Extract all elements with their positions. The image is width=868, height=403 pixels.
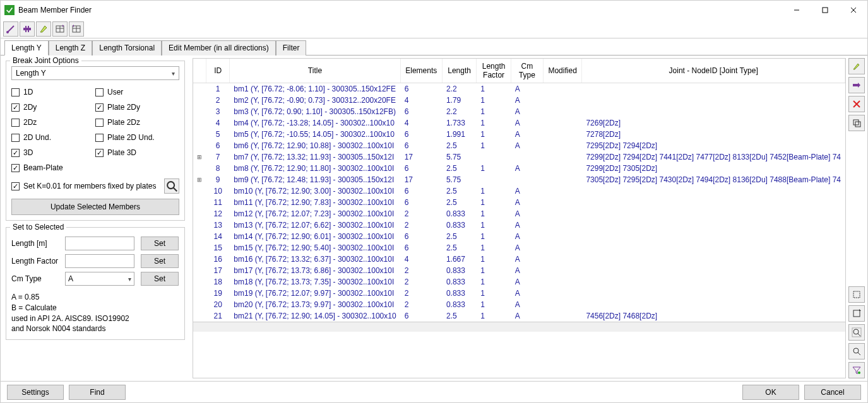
col-joint[interactable]: Joint - NodeID [Joint Type] [582,59,845,83]
table-row[interactable]: 18bm18 (Y, [76.72; 13.73; 7.35] - 300302… [193,276,845,288]
check-beam-plate[interactable]: Beam-Plate [11,163,95,172]
left-panel: Break Joint Options Length Y ▾ 1DUser2Dy… [1,55,190,381]
col-id[interactable]: ID [206,59,230,83]
expand-icon [193,129,206,140]
zoom-fit-button[interactable] [848,343,865,359]
toolbar-btn-1[interactable] [3,21,18,37]
table-row[interactable]: ⊞9bm9 (Y, [76.72; 12.48; 11.93] - 300305… [193,174,845,185]
magnify-icon-button[interactable] [164,178,179,194]
set-lf-button[interactable]: Set [141,254,179,268]
checkbox-icon[interactable] [11,134,20,142]
delete-x-button[interactable] [848,96,865,112]
toolbar-btn-table-1[interactable] [52,21,68,37]
checkbox-icon[interactable] [95,119,104,127]
zoom-box-button[interactable] [848,324,865,341]
grid-scroll[interactable]: ID Title Elements Length Length Factor C… [193,58,846,378]
table-row[interactable]: 6bm6 (Y, [76.72; 12.90; 10.88] - 300302.… [193,140,845,151]
checkbox-icon[interactable] [95,149,104,157]
tab-length-y[interactable]: Length Y [4,40,49,55]
check-plate-3d[interactable]: Plate 3D [95,148,179,157]
table-row[interactable]: 3bm3 (Y, [76.72; 0.90; 1.10] - 300305..1… [193,106,845,117]
col-elements[interactable]: Elements [400,59,442,83]
table-row[interactable]: 10bm10 (Y, [76.72; 12.90; 3.00] - 300302… [193,185,845,197]
check-plate-2d-und-[interactable]: Plate 2D Und. [95,133,179,142]
toolbar-btn-highlight[interactable] [36,21,51,37]
cancel-button[interactable]: Cancel [804,385,861,400]
col-length-factor[interactable]: Length Factor [477,59,511,83]
checkbox-icon[interactable] [95,103,104,112]
tab-length-z[interactable]: Length Z [49,40,92,55]
table-row[interactable]: 2bm2 (Y, [76.72; -0.90; 0.73] - 300312..… [193,95,845,106]
check-1d[interactable]: 1D [11,88,95,96]
filter-tool-button[interactable] [848,362,865,378]
check-plate-2dz[interactable]: Plate 2Dz [95,118,179,127]
horizontal-scrollbar[interactable] [193,322,845,332]
copy-stack-button[interactable] [848,115,865,131]
expand-icon [193,163,206,174]
checkbox-icon[interactable] [11,149,20,157]
check-plate-2dy[interactable]: Plate 2Dy [95,103,179,112]
expand-box-button[interactable] [848,305,865,322]
checkbox-icon[interactable] [11,119,20,127]
checkbox-icon[interactable] [11,164,20,172]
table-row[interactable]: 14bm14 (Y, [76.72; 12.90; 6.01] - 300302… [193,231,845,242]
select-box-button[interactable] [848,286,865,303]
col-title[interactable]: Title [230,59,400,83]
length-factor-input[interactable] [65,254,134,268]
tab-length-torsional[interactable]: Length Torsional [92,40,162,55]
checkbox-icon[interactable] [95,88,104,96]
break-joint-combo[interactable]: Length Y ▾ [11,66,179,80]
table-row[interactable]: 11bm11 (Y, [76.72; 12.90; 7.83] - 300302… [193,197,845,208]
ok-button[interactable]: OK [742,385,799,400]
find-button[interactable]: Find [69,385,126,400]
check-user[interactable]: User [95,88,179,96]
expand-icon [193,140,206,151]
table-row[interactable]: 4bm4 (Y, [76.72; -13.28; 14.05] - 300302… [193,117,845,129]
checkbox-icon[interactable] [11,103,20,112]
table-row[interactable]: 15bm15 (Y, [76.72; 12.90; 5.40] - 300302… [193,242,845,254]
table-row[interactable]: 20bm20 (Y, [76.72; 13.73; 9.97] - 300302… [193,299,845,310]
check-2d-und-[interactable]: 2D Und. [11,133,95,142]
check-3d[interactable]: 3D [11,148,95,157]
update-selected-button[interactable]: Update Selected Members [11,199,179,215]
table-row[interactable]: 21bm21 (Y, [76.72; 12.90; 14.05] - 30030… [193,310,845,322]
expand-icon [193,83,206,95]
length-input[interactable] [65,237,134,250]
toolbar-btn-2[interactable] [20,21,35,37]
settings-button[interactable]: Settings [7,385,64,400]
col-length[interactable]: Length [442,59,476,83]
minimize-button[interactable] [782,1,811,20]
table-row[interactable]: 19bm19 (Y, [76.72; 12.07; 9.97] - 300302… [193,288,845,299]
check-2dy[interactable]: 2Dy [11,103,95,112]
cm-type-combo[interactable]: A ▾ [65,272,134,286]
link-right-button[interactable] [848,77,865,93]
chevron-down-icon: ▾ [172,70,175,77]
k-checkbox[interactable] [11,182,20,190]
table-row[interactable]: 13bm13 (Y, [76.72; 12.07; 6.62] - 300302… [193,219,845,231]
svg-rect-23 [853,310,860,317]
toolbar-btn-table-2[interactable] [69,21,84,37]
edit-pencil-button[interactable] [848,58,865,74]
table-row[interactable]: 8bm8 (Y, [76.72; 12.90; 11.80] - 300302.… [193,163,845,174]
table-row[interactable]: 16bm16 (Y, [76.72; 13.32; 6.37] - 300302… [193,254,845,265]
checkbox-icon[interactable] [95,134,104,142]
col-cm-type[interactable]: Cm Type [511,59,543,83]
members-grid: ID Title Elements Length Length Factor C… [193,59,845,322]
checkbox-icon[interactable] [11,88,20,96]
set-length-button[interactable]: Set [141,237,179,250]
check-2dz[interactable]: 2Dz [11,118,95,127]
table-row[interactable]: 17bm17 (Y, [76.72; 13.73; 6.86] - 300302… [193,265,845,276]
tab-edit-member-in-all-directions-[interactable]: Edit Member (in all directions) [162,40,276,55]
close-button[interactable] [839,1,867,20]
svg-rect-20 [853,120,859,125]
expand-icon[interactable]: ⊞ [193,151,206,163]
col-modified[interactable]: Modified [543,59,582,83]
table-row[interactable]: 12bm12 (Y, [76.72; 12.07; 7.23] - 300302… [193,208,845,219]
set-cm-button[interactable]: Set [141,272,179,286]
table-row[interactable]: 1bm1 (Y, [76.72; -8.06; 1.10] - 300305..… [193,83,845,95]
expand-icon[interactable]: ⊞ [193,174,206,185]
table-row[interactable]: ⊞7bm7 (Y, [76.72; 13.32; 11.93] - 300305… [193,151,845,163]
maximize-button[interactable] [811,1,839,20]
table-row[interactable]: 5bm5 (Y, [76.72; -10.55; 14.05] - 300302… [193,129,845,140]
tab-filter[interactable]: Filter [276,40,307,55]
